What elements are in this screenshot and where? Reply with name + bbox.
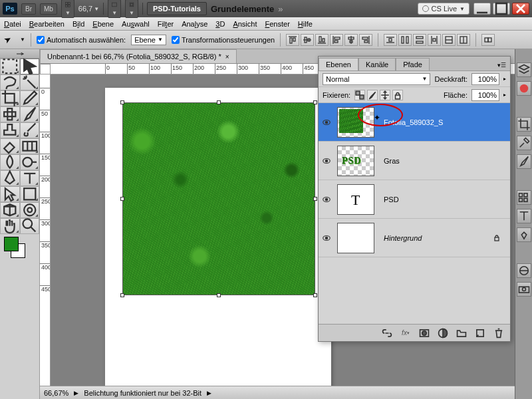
menu-ebene[interactable]: Ebene <box>92 20 114 28</box>
dock-crop-icon[interactable] <box>517 117 531 132</box>
psd-tutorials-button[interactable]: PSD-Tutorials <box>147 2 207 15</box>
view-grid-icon[interactable]: ▼ <box>61 0 74 18</box>
fill-input[interactable]: 100% <box>471 89 499 101</box>
minibridge-chip[interactable]: Mb <box>40 3 57 15</box>
 layer-row[interactable]: PSD Gras <box>319 142 510 180</box>
layer-thumbnail[interactable]: PSD <box>337 146 374 176</box>
dist-6-icon[interactable] <box>457 34 470 46</box>
cs-live-button[interactable]: CS Live▼ <box>418 3 469 15</box>
auto-align-icon[interactable] <box>481 34 495 46</box>
lock-transparency-icon[interactable] <box>354 90 365 100</box>
menu-hilfe[interactable]: Hilfe <box>298 20 313 28</box>
workspace-label[interactable]: Grundelemente <box>211 4 274 14</box>
blur-tool[interactable] <box>0 154 20 170</box>
panel-menu-icon[interactable]: ▾☰ <box>493 60 510 70</box>
tab-pfade[interactable]: Pfade <box>396 58 430 70</box>
vertical-ruler[interactable]: 050100150200250300350400450 <box>40 74 51 386</box>
menu-auswahl[interactable]: Auswahl <box>122 20 150 28</box>
dock-brush-icon[interactable] <box>517 154 531 169</box>
menu-bearbeiten[interactable]: Bearbeiten <box>29 20 65 28</box>
visibility-toggle[interactable] <box>319 156 334 166</box>
layer-name[interactable]: Gras <box>377 157 400 165</box>
lock-all-icon[interactable] <box>392 90 403 100</box>
dock-styles-icon[interactable] <box>517 190 531 205</box>
workspace-more-icon[interactable]: » <box>278 4 283 14</box>
ruler-origin[interactable] <box>40 64 51 74</box>
dock-layers-icon[interactable] <box>517 63 531 77</box>
3d-camera-tool[interactable] <box>20 202 40 218</box>
zoom-field[interactable]: 66,7▼ <box>78 5 99 13</box>
bridge-chip[interactable]: Br <box>21 3 36 15</box>
dist-3-icon[interactable] <box>413 34 426 46</box>
align-left-icon[interactable] <box>330 34 343 46</box>
hand-tool[interactable] <box>0 218 20 234</box>
window-close[interactable] <box>512 3 529 15</box>
dock-color-icon[interactable] <box>517 81 531 96</box>
close-doc-icon[interactable]: × <box>225 53 229 61</box>
path-select-tool[interactable] <box>0 186 20 202</box>
lasso-tool[interactable] <box>0 74 20 90</box>
trash-icon[interactable] <box>493 327 505 339</box>
grass-layer-image[interactable] <box>122 102 315 295</box>
window-minimize[interactable] <box>473 3 491 15</box>
align-top-icon[interactable] <box>286 34 299 46</box>
foreground-color[interactable] <box>4 237 19 251</box>
align-hcenter-icon[interactable] <box>344 34 358 46</box>
visibility-toggle[interactable] <box>319 118 334 127</box>
layer-row[interactable]: T PSD <box>319 180 510 219</box>
fill-slider-icon[interactable]: ▸ <box>503 92 506 98</box>
layer-row[interactable]: Hintergrund <box>319 219 510 257</box>
align-bottom-icon[interactable] <box>315 34 329 46</box>
visibility-toggle[interactable] <box>319 195 334 204</box>
blend-mode-dropdown[interactable]: Normal▼ <box>323 73 430 85</box>
auto-select-checkbox[interactable]: Automatisch auswählen: <box>37 36 126 44</box>
lock-position-icon[interactable] <box>380 90 390 100</box>
group-icon[interactable] <box>456 327 467 339</box>
menu-analyse[interactable]: Analyse <box>182 20 207 28</box>
crop-tool[interactable] <box>0 90 20 106</box>
menu-3d[interactable]: 3D <box>215 20 225 28</box>
zoom-tool[interactable] <box>20 218 40 234</box>
eyedropper-tool[interactable] <box>20 90 40 106</box>
dock-tools-icon[interactable] <box>517 136 531 150</box>
tool-preset-dropdown[interactable]: ▼ <box>20 37 25 43</box>
shape-tool[interactable] <box>20 186 40 202</box>
adjustment-icon[interactable] <box>437 327 449 339</box>
link-layers-icon[interactable] <box>381 327 393 339</box>
pen-tool[interactable] <box>0 170 20 186</box>
type-tool[interactable] <box>20 170 40 186</box>
marquee-tool[interactable] <box>0 59 20 74</box>
layer-name[interactable]: PSD <box>377 196 399 203</box>
status-arrow-icon[interactable]: ▶ <box>74 390 78 396</box>
eraser-tool[interactable] <box>0 138 20 154</box>
lock-pixels-icon[interactable] <box>367 90 378 100</box>
align-vcenter-icon[interactable] <box>301 34 314 46</box>
document-tab[interactable]: Unbenannt-1 bei 66,7% (Fotolia_589032_S,… <box>40 49 237 63</box>
viewmode-icon[interactable]: ▼ <box>108 0 121 18</box>
align-right-icon[interactable] <box>359 34 372 46</box>
status-zoom[interactable]: 66,67% <box>44 389 68 397</box>
dist-5-icon[interactable] <box>442 34 456 46</box>
gradient-tool[interactable] <box>20 138 40 154</box>
auto-select-dropdown[interactable]: Ebene▼ <box>131 35 166 45</box>
brush-tool[interactable] <box>20 106 40 122</box>
transform-controls-checkbox[interactable]: Transformationssteuerungen <box>172 36 275 44</box>
dist-4-icon[interactable] <box>428 34 441 46</box>
window-maximize[interactable] <box>493 3 510 15</box>
fx-icon[interactable]: fx▾ <box>400 327 412 339</box>
new-layer-icon[interactable] <box>474 327 486 339</box>
wand-tool[interactable] <box>20 74 40 90</box>
menu-bild[interactable]: Bild <box>72 20 84 28</box>
3d-tool[interactable] <box>0 202 20 218</box>
menu-fenster[interactable]: Fenster <box>265 20 289 28</box>
layer-thumbnail[interactable]: T <box>337 184 374 215</box>
dock-camera-icon[interactable] <box>517 282 531 297</box>
menu-filter[interactable]: Filter <box>158 20 174 28</box>
move-tool[interactable] <box>20 59 40 74</box>
menu-ansicht[interactable]: Ansicht <box>233 20 257 28</box>
history-brush-tool[interactable] <box>20 122 40 138</box>
opacity-input[interactable]: 100% <box>471 73 499 85</box>
dist-1-icon[interactable] <box>384 34 397 46</box>
tab-ebenen[interactable]: Ebenen <box>319 58 358 70</box>
dock-text-icon[interactable] <box>517 209 531 223</box>
